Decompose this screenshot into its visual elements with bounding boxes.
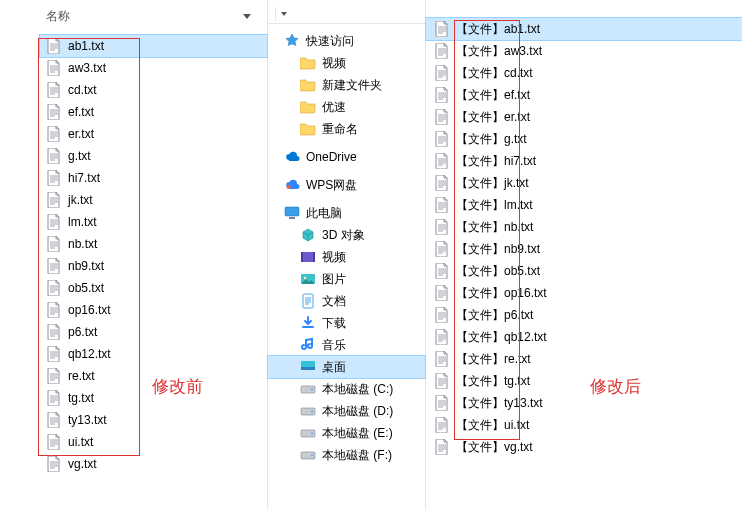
- onedrive-icon: [284, 149, 300, 165]
- file-item[interactable]: 【文件】cd.txt: [426, 62, 742, 84]
- file-icon: [46, 368, 62, 384]
- file-item[interactable]: p6.txt: [40, 321, 267, 343]
- file-item[interactable]: 【文件】qb12.txt: [426, 326, 742, 348]
- file-name: ty13.txt: [68, 413, 107, 427]
- nav-item-文档[interactable]: 文档: [268, 290, 425, 312]
- navigation-pane: 快速访问视频新建文件夹优速重命名OneDriveWPS网盘此电脑3D 对象视频图…: [268, 0, 426, 509]
- file-name: 【文件】p6.txt: [456, 307, 533, 324]
- file-name: 【文件】cd.txt: [456, 65, 533, 82]
- nav-item-优速[interactable]: 优速: [268, 96, 425, 118]
- drive-icon: [300, 381, 316, 397]
- file-item[interactable]: vg.txt: [40, 453, 267, 475]
- file-item[interactable]: tg.txt: [40, 387, 267, 409]
- nav-item-本地磁盘 (D:)[interactable]: 本地磁盘 (D:): [268, 400, 425, 422]
- file-item[interactable]: 【文件】nb9.txt: [426, 238, 742, 260]
- file-icon: [46, 412, 62, 428]
- file-item[interactable]: 【文件】aw3.txt: [426, 40, 742, 62]
- nav-item-label: 视频: [322, 55, 346, 72]
- file-item[interactable]: lm.txt: [40, 211, 267, 233]
- file-item[interactable]: 【文件】ob5.txt: [426, 260, 742, 282]
- nav-item-label: 本地磁盘 (E:): [322, 425, 393, 442]
- file-item[interactable]: nb.txt: [40, 233, 267, 255]
- file-icon: [434, 197, 450, 213]
- file-icon: [46, 38, 62, 54]
- file-item[interactable]: 【文件】tg.txt: [426, 370, 742, 392]
- file-name: 【文件】vg.txt: [456, 439, 533, 456]
- nav-item-此电脑[interactable]: 此电脑: [268, 202, 425, 224]
- nav-item-OneDrive[interactable]: OneDrive: [268, 146, 425, 168]
- file-item[interactable]: 【文件】ui.txt: [426, 414, 742, 436]
- file-item[interactable]: ui.txt: [40, 431, 267, 453]
- nav-item-音乐[interactable]: 音乐: [268, 334, 425, 356]
- file-icon: [46, 148, 62, 164]
- file-item[interactable]: 【文件】er.txt: [426, 106, 742, 128]
- file-icon: [46, 192, 62, 208]
- file-item[interactable]: aw3.txt: [40, 57, 267, 79]
- file-item[interactable]: g.txt: [40, 145, 267, 167]
- file-item[interactable]: ob5.txt: [40, 277, 267, 299]
- wps-icon: [284, 177, 300, 193]
- file-item[interactable]: 【文件】hi7.txt: [426, 150, 742, 172]
- nav-item-本地磁盘 (E:)[interactable]: 本地磁盘 (E:): [268, 422, 425, 444]
- file-icon: [434, 109, 450, 125]
- file-item[interactable]: 【文件】vg.txt: [426, 436, 742, 458]
- nav-item-重命名[interactable]: 重命名: [268, 118, 425, 140]
- nav-item-视频[interactable]: 视频: [268, 52, 425, 74]
- nav-item-桌面[interactable]: 桌面: [268, 356, 425, 378]
- nav-item-label: 新建文件夹: [322, 77, 382, 94]
- file-item[interactable]: 【文件】jk.txt: [426, 172, 742, 194]
- nav-item-WPS网盘[interactable]: WPS网盘: [268, 174, 425, 196]
- nav-item-3D 对象[interactable]: 3D 对象: [268, 224, 425, 246]
- file-item[interactable]: jk.txt: [40, 189, 267, 211]
- nav-item-快速访问[interactable]: 快速访问: [268, 30, 425, 52]
- nav-item-图片[interactable]: 图片: [268, 268, 425, 290]
- nav-item-本地磁盘 (C:)[interactable]: 本地磁盘 (C:): [268, 378, 425, 400]
- nav-item-label: 快速访问: [306, 33, 354, 50]
- file-item[interactable]: 【文件】ty13.txt: [426, 392, 742, 414]
- drive-icon: [300, 425, 316, 441]
- file-icon: [46, 346, 62, 362]
- file-icon: [434, 373, 450, 389]
- file-icon: [46, 390, 62, 406]
- file-list-after: 【文件】ab1.txt【文件】aw3.txt【文件】cd.txt【文件】ef.t…: [426, 0, 742, 509]
- column-header-name[interactable]: 名称: [0, 4, 267, 29]
- file-icon: [434, 307, 450, 323]
- file-item[interactable]: 【文件】op16.txt: [426, 282, 742, 304]
- file-item[interactable]: 【文件】re.txt: [426, 348, 742, 370]
- star-icon: [284, 33, 300, 49]
- nav-item-视频[interactable]: 视频: [268, 246, 425, 268]
- nav-item-下载[interactable]: 下载: [268, 312, 425, 334]
- file-name: re.txt: [68, 369, 95, 383]
- file-item[interactable]: ty13.txt: [40, 409, 267, 431]
- file-item[interactable]: er.txt: [40, 123, 267, 145]
- file-item[interactable]: 【文件】lm.txt: [426, 194, 742, 216]
- file-item[interactable]: 【文件】ab1.txt: [426, 18, 742, 40]
- nav-item-本地磁盘 (F:)[interactable]: 本地磁盘 (F:): [268, 444, 425, 466]
- file-item[interactable]: re.txt: [40, 365, 267, 387]
- chevron-down-icon[interactable]: [281, 12, 287, 16]
- file-name: 【文件】jk.txt: [456, 175, 529, 192]
- file-item[interactable]: qb12.txt: [40, 343, 267, 365]
- nav-item-label: 音乐: [322, 337, 346, 354]
- file-item[interactable]: 【文件】ef.txt: [426, 84, 742, 106]
- file-item[interactable]: hi7.txt: [40, 167, 267, 189]
- file-name: 【文件】hi7.txt: [456, 153, 536, 170]
- file-item[interactable]: 【文件】p6.txt: [426, 304, 742, 326]
- file-item[interactable]: cd.txt: [40, 79, 267, 101]
- file-item[interactable]: ef.txt: [40, 101, 267, 123]
- nav-item-label: 优速: [322, 99, 346, 116]
- file-item[interactable]: op16.txt: [40, 299, 267, 321]
- file-item[interactable]: ab1.txt: [40, 35, 267, 57]
- nav-item-新建文件夹[interactable]: 新建文件夹: [268, 74, 425, 96]
- file-icon: [434, 153, 450, 169]
- nav-item-label: OneDrive: [306, 150, 357, 164]
- file-item[interactable]: nb9.txt: [40, 255, 267, 277]
- file-name: 【文件】ty13.txt: [456, 395, 543, 412]
- file-icon: [46, 456, 62, 472]
- file-item[interactable]: 【文件】nb.txt: [426, 216, 742, 238]
- file-name: 【文件】nb.txt: [456, 219, 533, 236]
- file-name: 【文件】ob5.txt: [456, 263, 540, 280]
- file-item[interactable]: 【文件】g.txt: [426, 128, 742, 150]
- nav-item-label: 下载: [322, 315, 346, 332]
- file-name: aw3.txt: [68, 61, 106, 75]
